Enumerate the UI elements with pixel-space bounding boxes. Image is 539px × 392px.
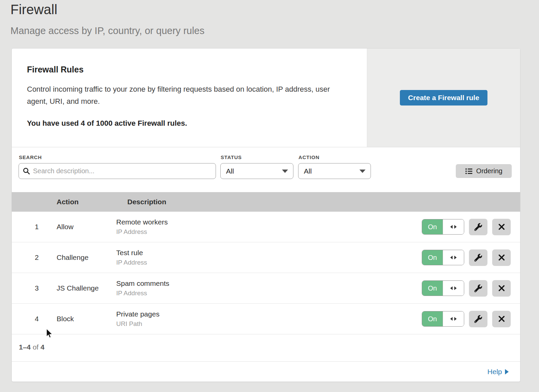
rule-controls: On	[422, 280, 511, 297]
page-title: Firewall	[10, 2, 204, 17]
toggle-knob	[443, 219, 464, 234]
table-header: Action Description	[12, 192, 520, 212]
search-field-wrap	[19, 163, 216, 179]
rules-usage-summary: You have used 4 of 1000 active Firewall …	[27, 119, 347, 128]
edit-rule-button[interactable]	[469, 249, 487, 266]
help-link-label: Help	[487, 368, 502, 376]
rule-description-cell: Remote workers IP Address	[116, 218, 422, 236]
toggle-on-label: On	[422, 219, 443, 234]
pagination-of: of	[33, 343, 39, 351]
pagination-range: 1–4	[19, 343, 31, 351]
rule-description-cell: Test rule IP Address	[116, 249, 422, 266]
close-icon	[498, 315, 505, 323]
rule-enabled-toggle[interactable]: On	[422, 311, 464, 327]
table-row: 3 JS Challenge Spam comments IP Address …	[12, 273, 520, 304]
rule-description: Remote workers	[116, 218, 422, 226]
firewall-rules-card: Firewall Rules Control incoming traffic …	[11, 48, 520, 382]
edit-rule-button[interactable]	[469, 280, 487, 297]
wrench-icon	[474, 284, 482, 292]
edit-rule-button[interactable]	[469, 219, 487, 235]
rule-enabled-toggle[interactable]: On	[422, 280, 464, 296]
rule-action: Allow	[57, 223, 116, 231]
toggle-arrows-icon	[449, 285, 457, 291]
status-label: STATUS	[221, 154, 242, 160]
rule-priority: 1	[12, 223, 45, 231]
ordering-button-label: Ordering	[476, 167, 503, 175]
card-description: Control incoming traffic to your zone by…	[27, 83, 347, 108]
action-select[interactable]: All	[298, 163, 371, 179]
rule-description-cell: Spam comments IP Address	[116, 279, 422, 297]
wrench-icon	[474, 315, 482, 323]
help-link[interactable]: Help	[487, 368, 509, 376]
wrench-icon	[474, 254, 482, 262]
close-icon	[498, 254, 505, 261]
delete-rule-button[interactable]	[492, 219, 511, 235]
delete-rule-button[interactable]	[492, 249, 511, 266]
delete-rule-button[interactable]	[492, 311, 511, 327]
rule-enabled-toggle[interactable]: On	[422, 219, 464, 235]
card-heading: Firewall Rules	[27, 65, 347, 74]
rule-controls: On	[422, 219, 511, 235]
table-row: 1 Allow Remote workers IP Address On	[12, 212, 520, 242]
page-header: Firewall Manage access by IP, country, o…	[10, 2, 204, 36]
ordering-button[interactable]: Ordering	[456, 164, 512, 178]
rule-description: Spam comments	[116, 279, 422, 288]
rule-match-type: IP Address	[116, 259, 422, 266]
toggle-arrows-icon	[449, 224, 457, 230]
rule-match-type: IP Address	[116, 290, 422, 297]
rule-description: Private pages	[116, 310, 422, 318]
rule-description: Test rule	[116, 249, 422, 257]
rule-action: JS Challenge	[57, 284, 116, 292]
rule-priority: 3	[12, 284, 45, 292]
card-footer: Help	[12, 361, 520, 382]
ordering-icon	[465, 168, 473, 175]
toggle-on-label: On	[422, 250, 443, 265]
rule-enabled-toggle[interactable]: On	[422, 250, 464, 265]
pagination-total: 4	[40, 343, 44, 351]
column-header-action: Action	[57, 198, 116, 206]
page-subtitle: Manage access by IP, country, or query r…	[10, 25, 204, 36]
toggle-knob	[443, 281, 464, 296]
toggle-knob	[443, 250, 464, 265]
rule-priority: 2	[12, 253, 45, 262]
rule-controls: On	[422, 311, 511, 327]
status-selected-value: All	[226, 167, 234, 175]
toggle-on-label: On	[422, 311, 443, 326]
action-label: ACTION	[298, 154, 319, 160]
rule-priority: 4	[12, 315, 45, 323]
filters-bar: SEARCH STATUS ACTION All All	[12, 147, 520, 192]
search-label: SEARCH	[19, 154, 42, 160]
caret-down-icon	[282, 170, 288, 173]
wrench-icon	[474, 223, 482, 231]
table-row: 4 Block Private pages URI Path On	[12, 304, 520, 334]
edit-rule-button[interactable]	[469, 311, 487, 327]
rule-match-type: IP Address	[116, 228, 422, 236]
rule-controls: On	[422, 249, 511, 266]
caret-down-icon	[359, 170, 366, 173]
action-selected-value: All	[304, 167, 312, 175]
close-icon	[498, 284, 505, 292]
toggle-on-label: On	[422, 281, 443, 296]
rule-match-type: URI Path	[116, 320, 422, 328]
status-select[interactable]: All	[220, 163, 293, 179]
help-arrow-icon	[505, 369, 509, 374]
toggle-knob	[443, 311, 464, 326]
rule-action: Block	[57, 315, 116, 323]
delete-rule-button[interactable]	[492, 280, 511, 297]
card-intro-section: Firewall Rules Control incoming traffic …	[12, 49, 520, 147]
table-row: 2 Challenge Test rule IP Address On	[12, 242, 520, 273]
toggle-arrows-icon	[449, 316, 457, 322]
close-icon	[498, 223, 505, 231]
toggle-arrows-icon	[449, 255, 457, 260]
pagination: 1–4 of 4	[12, 334, 520, 361]
rule-action: Challenge	[57, 253, 116, 262]
column-header-description: Description	[127, 198, 520, 206]
search-input[interactable]	[19, 163, 216, 179]
create-rule-panel: Create a Firewall rule	[367, 49, 520, 147]
rule-description-cell: Private pages URI Path	[116, 310, 422, 328]
card-intro-text: Firewall Rules Control incoming traffic …	[12, 49, 367, 147]
create-firewall-rule-button[interactable]: Create a Firewall rule	[400, 90, 487, 105]
